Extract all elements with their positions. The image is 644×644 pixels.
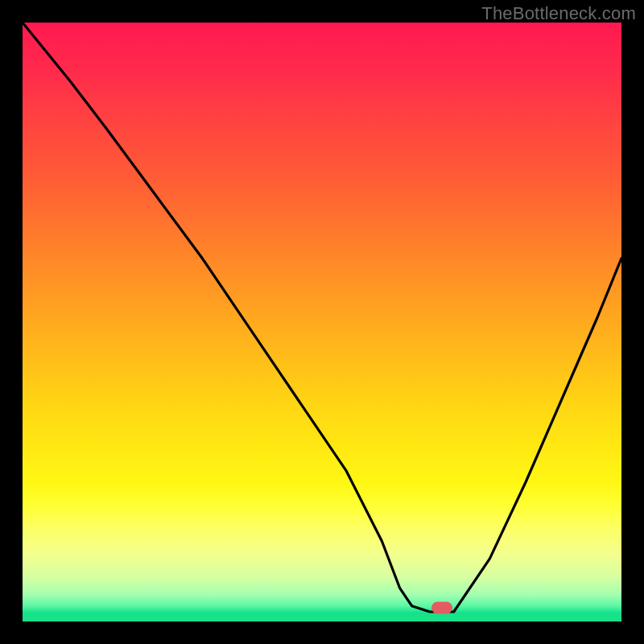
chart-container: TheBottleneck.com (0, 0, 644, 644)
watermark-text: TheBottleneck.com (481, 3, 636, 24)
optimal-point-marker (431, 601, 452, 613)
bottleneck-curve (23, 23, 621, 621)
curve-path (23, 23, 621, 612)
plot-area (23, 23, 621, 621)
